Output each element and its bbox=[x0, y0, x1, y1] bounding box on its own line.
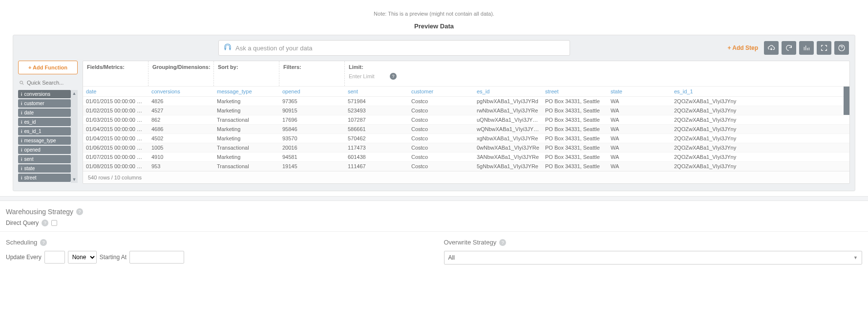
help-icon[interactable]: ? bbox=[42, 220, 48, 226]
field-list-scrollbar[interactable]: ▲ ▼ bbox=[71, 90, 78, 183]
cell-state: WA bbox=[608, 134, 671, 143]
refresh-button[interactable] bbox=[782, 41, 796, 55]
table-row[interactable]: 01/08/2015 00:00:00 PST953Transactional1… bbox=[83, 162, 849, 171]
preview-panel: + Add Step + Add Function bbox=[13, 35, 855, 191]
overwrite-section: Overwrite Strategy ? All ▼ bbox=[444, 239, 863, 265]
table-row[interactable]: 01/03/2015 00:00:00 PST862Transactional1… bbox=[83, 115, 849, 125]
cell-es_id_1: 2QOZwXABa1_VIyi3JYny bbox=[671, 134, 849, 143]
cloud-download-button[interactable] bbox=[764, 41, 779, 55]
cell-state: WA bbox=[608, 162, 671, 171]
scroll-up-icon[interactable]: ▲ bbox=[71, 90, 78, 97]
cell-state: WA bbox=[608, 125, 671, 134]
column-header-customer[interactable]: customer bbox=[408, 87, 474, 97]
cell-date: 01/04/2015 00:00:00 PST bbox=[83, 134, 148, 143]
cell-sent: 586661 bbox=[345, 125, 408, 134]
add-function-button[interactable]: + Add Function bbox=[18, 61, 78, 74]
table-row[interactable]: 01/04/2015 00:00:00 PST4686Marketing9584… bbox=[83, 125, 849, 134]
cell-conversions: 4502 bbox=[148, 134, 214, 143]
cell-customer: Costco bbox=[408, 134, 474, 143]
config-row: Fields/Metrics: Grouping/Dimensions: Sor… bbox=[83, 61, 849, 87]
cell-sent: 601438 bbox=[345, 153, 408, 162]
cell-street: PO Box 34331, Seattle bbox=[542, 106, 608, 115]
column-header-state[interactable]: state bbox=[608, 87, 671, 97]
table-row[interactable]: 01/04/2015 00:00:00 PST4502Marketing9357… bbox=[83, 134, 849, 143]
field-item-es_id_1[interactable]: ies_id_1 bbox=[18, 127, 71, 135]
cell-street: PO Box 34331, Seattle bbox=[542, 153, 608, 162]
column-header-es_id[interactable]: es_id bbox=[474, 87, 542, 97]
help-button[interactable] bbox=[834, 41, 849, 55]
column-header-opened[interactable]: opened bbox=[279, 87, 345, 97]
add-step-button[interactable]: + Add Step bbox=[724, 43, 761, 53]
quick-search-input[interactable] bbox=[18, 77, 78, 88]
cell-customer: Costco bbox=[408, 97, 474, 106]
cell-date: 01/02/2015 00:00:00 PST bbox=[83, 106, 148, 115]
cell-conversions: 4527 bbox=[148, 106, 214, 115]
limit-input[interactable] bbox=[349, 72, 387, 81]
cell-customer: Costco bbox=[408, 115, 474, 125]
scheduling-section: Scheduling ? Update Every None Starting … bbox=[6, 239, 424, 265]
column-header-street[interactable]: street bbox=[542, 87, 608, 97]
update-every-input[interactable] bbox=[44, 251, 65, 264]
field-item-conversions[interactable]: iconversions bbox=[18, 90, 71, 98]
direct-query-row: Direct Query ? bbox=[6, 220, 862, 226]
field-item-state[interactable]: istate bbox=[18, 164, 71, 173]
field-item-date[interactable]: idate bbox=[18, 109, 71, 117]
field-item-customer[interactable]: icustomer bbox=[18, 99, 71, 108]
help-icon[interactable]: ? bbox=[499, 239, 506, 246]
cell-es_id: rwNbwXABa1_VIyi3JYRe bbox=[474, 106, 542, 115]
column-header-date[interactable]: date bbox=[83, 87, 148, 97]
chart-view-button[interactable] bbox=[799, 41, 814, 55]
cell-message_type: Marketing bbox=[214, 134, 279, 143]
column-header-conversions[interactable]: conversions bbox=[148, 87, 214, 97]
table-header-row: dateconversionsmessage_typeopenedsentcus… bbox=[83, 87, 849, 97]
help-icon[interactable]: ? bbox=[76, 208, 83, 215]
column-header-es_id_1[interactable]: es_id_1 bbox=[671, 87, 849, 97]
field-item-opened[interactable]: iopened bbox=[18, 146, 71, 154]
cell-es_id_1: 2QOZwXABa1_VIyi3JYny bbox=[671, 125, 849, 134]
config-filters[interactable]: Filters: bbox=[279, 61, 345, 86]
cell-es_id: xgNbwXABa1_VIyi3JYRe bbox=[474, 134, 542, 143]
limit-help-icon[interactable]: ? bbox=[390, 73, 397, 80]
column-header-sent[interactable]: sent bbox=[345, 87, 408, 97]
table-row[interactable]: 01/02/2015 00:00:00 PST4527Marketing9091… bbox=[83, 106, 849, 115]
table-row[interactable]: 01/07/2015 00:00:00 PST4910Marketing9458… bbox=[83, 153, 849, 162]
table-area: Fields/Metrics: Grouping/Dimensions: Sor… bbox=[83, 61, 850, 184]
config-fields-metrics[interactable]: Fields/Metrics: bbox=[83, 61, 148, 86]
ask-icon bbox=[223, 43, 232, 53]
field-item-sent[interactable]: isent bbox=[18, 155, 71, 163]
table-row[interactable]: 01/06/2015 00:00:00 PST1005Transactional… bbox=[83, 143, 849, 153]
direct-query-checkbox[interactable] bbox=[51, 220, 57, 226]
field-item-es_id[interactable]: ies_id bbox=[18, 118, 71, 126]
cell-es_id: 3ANbwXABa1_VIyi3JYRe bbox=[474, 153, 542, 162]
svg-point-3 bbox=[20, 81, 23, 84]
config-sortby[interactable]: Sort by: bbox=[214, 61, 279, 86]
fullscreen-button[interactable] bbox=[817, 41, 831, 55]
preview-title: Preview Data bbox=[0, 22, 868, 30]
help-icon[interactable]: ? bbox=[40, 239, 47, 246]
field-item-message_type[interactable]: imessage_type bbox=[18, 136, 71, 145]
table-scrollbar[interactable] bbox=[844, 87, 849, 115]
config-grouping[interactable]: Grouping/Dimensions: bbox=[148, 61, 214, 86]
field-item-street[interactable]: istreet bbox=[18, 174, 71, 182]
cell-es_id_1: 2QOZwXABa1_VIyi3JYny bbox=[671, 115, 849, 125]
scroll-down-icon[interactable]: ▼ bbox=[71, 176, 78, 183]
column-header-message_type[interactable]: message_type bbox=[214, 87, 279, 97]
overwrite-select[interactable]: All ▼ bbox=[444, 251, 863, 265]
overwrite-value: All bbox=[448, 254, 455, 261]
cell-opened: 20016 bbox=[279, 143, 345, 153]
ask-input[interactable] bbox=[218, 40, 570, 56]
cell-date: 01/01/2015 00:00:00 PST bbox=[83, 97, 148, 106]
cell-street: PO Box 34331, Seattle bbox=[542, 134, 608, 143]
table-row[interactable]: 01/01/2015 00:00:00 PST4826Marketing9736… bbox=[83, 97, 849, 106]
ask-wrapper bbox=[218, 40, 570, 56]
starting-at-input[interactable] bbox=[129, 251, 184, 264]
table-body: 01/01/2015 00:00:00 PST4826Marketing9736… bbox=[83, 97, 849, 171]
cell-customer: Costco bbox=[408, 143, 474, 153]
cell-state: WA bbox=[608, 106, 671, 115]
cell-es_id_1: 2QOZwXABa1_VIyi3JYny bbox=[671, 143, 849, 153]
update-unit-select[interactable]: None bbox=[68, 251, 97, 264]
cell-date: 01/03/2015 00:00:00 PST bbox=[83, 115, 148, 125]
cell-es_id: 0wNbwXABa1_VIyi3JYRe bbox=[474, 143, 542, 153]
cell-date: 01/06/2015 00:00:00 PST bbox=[83, 143, 148, 153]
topbar: + Add Step bbox=[13, 35, 855, 61]
